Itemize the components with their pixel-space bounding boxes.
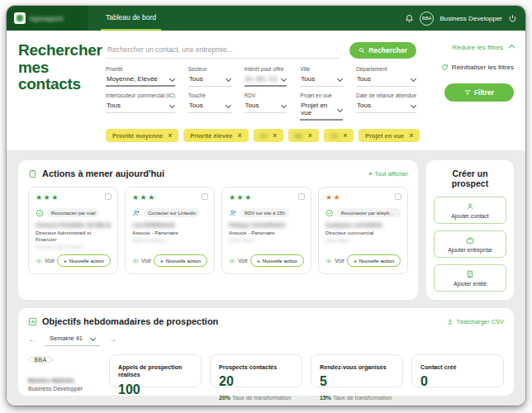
filter-projet-en-vue-select[interactable]: Projet en vue	[300, 100, 343, 121]
filter-ville-select[interactable]: Tous	[300, 74, 343, 87]
bell-icon[interactable]	[405, 14, 414, 23]
stat-label: Contact créé	[420, 363, 495, 371]
prospect-job-title: Associé - Partenaire	[132, 230, 207, 236]
clipboard-icon	[28, 169, 37, 178]
previous-week-arrow[interactable]: ←	[28, 335, 36, 344]
voir-button[interactable]: Voir	[36, 258, 55, 264]
eye-icon	[132, 258, 139, 264]
app-logo[interactable]: leprospect	[7, 6, 88, 31]
chip-blurred-3[interactable]: C3	[324, 129, 354, 142]
priority-stars: ★★	[325, 193, 401, 202]
filter-label: Projet en vue	[300, 93, 343, 98]
tab-tableau-de-bord[interactable]: Tableau de bord	[101, 6, 161, 31]
new-action-button[interactable]: Nouvelle action	[154, 254, 207, 267]
filter-secteur-select[interactable]: Tous	[188, 74, 231, 87]
logout-icon[interactable]	[508, 14, 517, 23]
priority-stars: ★★★	[132, 193, 207, 202]
new-action-button[interactable]: Nouvelle action	[57, 254, 111, 267]
close-icon[interactable]	[273, 131, 277, 140]
filter-button[interactable]: Filtrer	[444, 83, 514, 102]
voir-button[interactable]: Voir	[325, 258, 344, 264]
topbar-right: BBA Business Developper	[405, 6, 525, 31]
stat-card-appels: Appels de prospection réalisés 100	[109, 354, 202, 387]
chevron-up-icon	[509, 45, 515, 50]
create-prospect-title: Créer un prospect	[434, 169, 506, 188]
person-icon	[466, 202, 474, 211]
chip-projet-en-vue[interactable]: Projet en vue	[359, 129, 420, 142]
chip-priorite-moyenne[interactable]: Priorité moyenne	[106, 129, 178, 142]
week-select[interactable]: Semaine 41	[45, 333, 100, 346]
show-all-link[interactable]: Tout afficher	[368, 170, 408, 178]
prospect-job-title: Associé - Partenaire	[229, 230, 304, 236]
reset-filters-link[interactable]: Réinitialiser les filtres	[441, 64, 514, 71]
new-action-button[interactable]: Nouvelle action	[250, 254, 304, 267]
chip-blurred-1[interactable]: A1	[254, 129, 284, 142]
close-icon[interactable]	[238, 131, 242, 140]
next-week-arrow[interactable]: →	[108, 335, 116, 344]
close-icon[interactable]	[343, 131, 347, 140]
stat-value: 5	[320, 374, 394, 389]
stat-rate: 15%Taux de transformation	[320, 395, 394, 401]
search-section: Rechercher mes contacts Rechercher Prior…	[7, 31, 525, 150]
app-window: leprospect Tableau de bord BBA Business …	[7, 6, 525, 406]
chip-priorite-elevee[interactable]: Priorité élevée	[183, 129, 248, 142]
stat-card-rdv: Rendez-vous organisés 5 15%Taux de trans…	[311, 354, 403, 387]
prospect-company: Groupe CDF Ornima	[36, 244, 111, 249]
filter-interet-offre-select[interactable]: A1, B2, C3	[245, 74, 287, 87]
close-icon[interactable]	[409, 131, 413, 140]
add-company-button[interactable]: Ajouter entreprise	[434, 230, 506, 258]
prospect-name: Guillaume LATOARUS	[325, 222, 401, 228]
filter-rdv-select[interactable]: Tous	[245, 100, 287, 113]
filter-priorite-select[interactable]: Moyenne, Elevée	[106, 74, 175, 87]
priority-stars: ★★★	[229, 193, 304, 202]
filter-actions-column: Réduire les filtres Réinitialiser les fi…	[428, 42, 514, 142]
card-checkbox[interactable]	[298, 193, 305, 200]
action-badge: Contacter sur LinkedIn	[144, 208, 200, 217]
filter-priorite: Priorité Moyenne, Elevée	[106, 66, 175, 87]
chevron-down-icon	[169, 76, 175, 82]
filters-grid: Priorité Moyenne, Elevée Secteur Tous In…	[106, 66, 416, 121]
collapse-filters-link[interactable]: Réduire les filtres	[452, 44, 514, 51]
close-icon[interactable]	[308, 131, 312, 140]
voir-button[interactable]: Voir	[132, 258, 151, 264]
close-icon[interactable]	[168, 131, 172, 140]
card-checkbox[interactable]	[395, 193, 401, 200]
search-input[interactable]	[106, 42, 340, 59]
download-csv-link[interactable]: Télécharger CSV	[447, 318, 504, 325]
filter-button-label: Filtrer	[474, 88, 494, 97]
dashboard-body: Actions à mener aujourd'hui Tout affiche…	[7, 150, 525, 406]
prospect-card: ★★★ Recontacter par mail Clément FOUSSIA…	[28, 187, 118, 274]
chevron-down-icon	[281, 102, 287, 108]
filter-interlocuteur-select[interactable]: Tous	[106, 100, 175, 113]
prospect-card: ★★★ RDV sur site à 15h Philippe CHOUPEAU…	[221, 187, 311, 274]
new-action-button[interactable]: Nouvelle action	[347, 254, 401, 267]
add-contact-button[interactable]: Ajouter contact	[434, 197, 506, 224]
prospect-card: ★★ Recontacter par téléphone Guillaume L…	[318, 187, 408, 274]
chip-blurred-2[interactable]: B2	[288, 129, 319, 142]
filter-interet-offre: Intérêt pour offre A1, B2, C3	[245, 66, 287, 87]
filter-label: RDV	[245, 93, 287, 98]
card-checkbox[interactable]	[202, 193, 208, 200]
filter-date-relance-select[interactable]: Tous	[356, 100, 416, 113]
filter-label: Priorité	[106, 66, 175, 72]
check-circle-icon	[36, 209, 44, 217]
chart-icon	[28, 317, 37, 326]
filter-touche-select[interactable]: Tous	[188, 100, 231, 113]
download-icon	[447, 318, 454, 325]
filter-ville: Ville Tous	[300, 66, 343, 87]
search-button[interactable]: Rechercher	[349, 42, 416, 59]
priority-stars: ★★★	[36, 193, 111, 202]
prospect-job-title: Directeur Administratif et Financier	[36, 230, 111, 243]
add-entity-button[interactable]: Ajouter entité	[434, 264, 506, 292]
logo-text: leprospect	[30, 15, 63, 22]
filter-rdv: RDV Tous	[245, 93, 287, 121]
prospect-job-title: Directeur commercial	[325, 230, 401, 236]
briefcase-icon	[466, 236, 474, 244]
card-checkbox[interactable]	[105, 193, 112, 200]
user-avatar[interactable]: BBA	[420, 12, 434, 26]
voir-button[interactable]: Voir	[229, 258, 248, 264]
active-filter-chips: Priorité moyenne Priorité élevée A1 B2 C…	[106, 129, 416, 142]
filter-projet-en-vue: Projet en vue Projet en vue	[300, 93, 343, 121]
filter-departement: Département Tous	[356, 66, 416, 87]
filter-departement-select[interactable]: Tous	[356, 74, 416, 87]
